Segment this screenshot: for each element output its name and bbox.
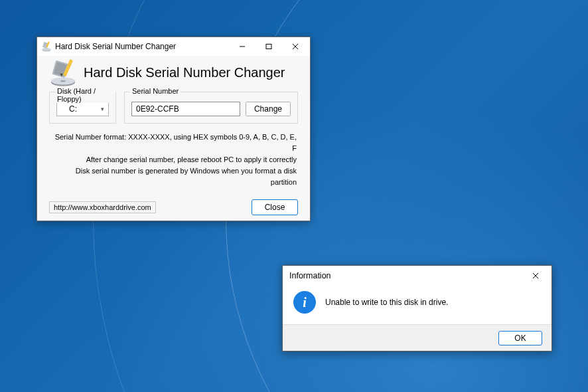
chevron-down-icon: ▾	[101, 106, 104, 112]
dialog-title-bar: Information	[283, 266, 551, 286]
minimize-button[interactable]	[229, 37, 256, 56]
app-small-icon	[41, 41, 52, 52]
disk-group-label: Disk (Hard / Floppy)	[55, 87, 115, 103]
disk-group: Disk (Hard / Floppy) C: ▾	[49, 92, 116, 124]
dialog-close-button[interactable]	[521, 266, 550, 286]
ok-button[interactable]: OK	[498, 331, 542, 345]
window-close-button[interactable]	[282, 37, 309, 56]
information-dialog: Information i Unable to write to this di…	[282, 265, 552, 351]
disk-select[interactable]: C: ▾	[56, 102, 109, 116]
svg-rect-5	[266, 45, 271, 49]
maximize-button[interactable]	[256, 37, 282, 56]
dialog-message: Unable to write to this disk in drive.	[325, 298, 448, 307]
svg-point-10	[60, 80, 66, 82]
serial-input[interactable]	[131, 102, 240, 116]
info-line: Disk serial number is generated by Windo…	[50, 165, 297, 188]
url-link[interactable]: http://www.xboxharddrive.com	[49, 201, 156, 213]
info-text-block: Serial Number format: XXXX-XXXX, using H…	[37, 124, 310, 191]
title-bar: Hard Disk Serial Number Changer	[37, 37, 310, 56]
app-heading: Hard Disk Serial Number Changer	[84, 65, 285, 80]
window-title: Hard Disk Serial Number Changer	[55, 42, 176, 51]
change-button[interactable]: Change	[246, 102, 291, 116]
close-button[interactable]: Close	[252, 199, 298, 215]
header-row: Hard Disk Serial Number Changer	[37, 56, 310, 92]
disk-select-value: C:	[69, 104, 77, 114]
info-icon: i	[293, 291, 316, 314]
info-line: Serial Number format: XXXX-XXXX, using H…	[50, 132, 297, 154]
serial-group-label: Serial Number	[130, 87, 181, 95]
app-large-icon	[49, 58, 77, 86]
info-line: After change serial number, please reboo…	[50, 154, 297, 165]
serial-group: Serial Number Change	[124, 92, 298, 124]
main-window: Hard Disk Serial Number Changer Hard Dis…	[37, 37, 311, 221]
dialog-title: Information	[289, 271, 331, 280]
